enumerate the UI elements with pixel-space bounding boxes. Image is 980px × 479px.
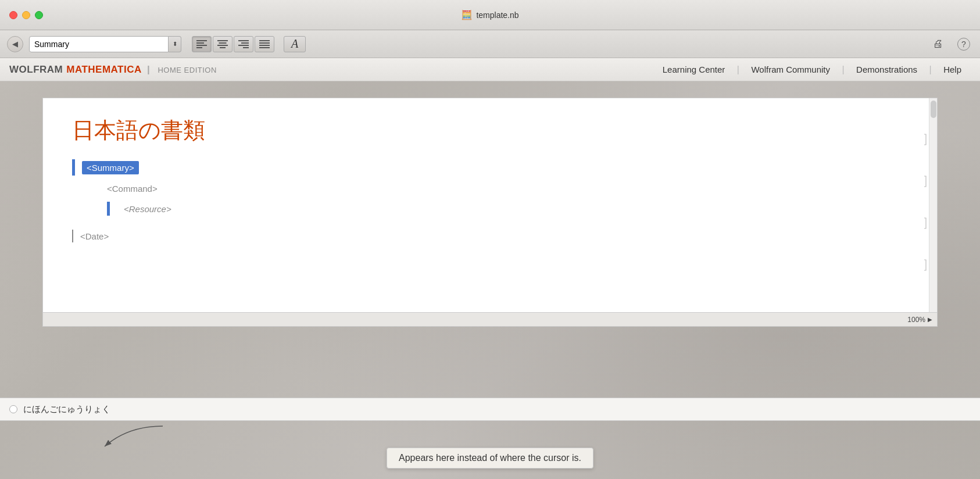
chevron-icon: ⬍ (173, 41, 177, 47)
brand: WOLFRAM MATHEMATICA | HOME EDITION (9, 64, 217, 76)
app-icon: 🧮 (461, 9, 473, 20)
zoom-arrow[interactable]: ▶ (928, 316, 932, 323)
style-dropdown[interactable]: Summary (29, 36, 169, 52)
help-icon: ? (957, 38, 970, 51)
help-button[interactable]: ? (954, 36, 973, 52)
menu-link-demonstrations[interactable]: Demonstrations (847, 65, 927, 74)
svg-rect-12 (259, 40, 270, 41)
menu-bar: WOLFRAM MATHEMATICA | HOME EDITION Learn… (0, 58, 980, 81)
font-icon: A (291, 37, 298, 51)
align-left-button[interactable] (192, 36, 212, 52)
align-center-button[interactable] (213, 36, 233, 52)
svg-rect-8 (238, 40, 249, 41)
date-tag[interactable]: <Date> (80, 231, 109, 241)
annotation-text: Appears here instead of where the cursor… (399, 453, 581, 463)
align-left-icon (196, 40, 207, 48)
svg-rect-13 (259, 42, 270, 44)
back-button[interactable]: ◀ (7, 36, 23, 52)
align-right-icon (238, 40, 249, 48)
notebook-scrollbar[interactable] (929, 98, 937, 312)
annotation-arrow (58, 421, 174, 452)
svg-rect-0 (196, 40, 207, 41)
scroll-thumb (931, 101, 936, 118)
zoom-bar: 100% ▶ (42, 313, 938, 327)
svg-rect-10 (238, 45, 249, 46)
date-row: <Date> (72, 230, 908, 242)
svg-rect-5 (219, 42, 227, 44)
toolbar: ◀ Summary ⬍ (0, 30, 980, 58)
font-button[interactable]: A (284, 36, 306, 52)
menu-link-learning-center[interactable]: Learning Center (653, 65, 735, 74)
style-dropdown-arrow[interactable]: ⬍ (169, 36, 181, 52)
minimize-button[interactable] (22, 11, 30, 19)
title-bar: 🧮 template.nb (0, 0, 980, 30)
bottom-section: にほんごにゅうりょく Appears here instead of where… (0, 398, 980, 479)
menu-link-help[interactable]: Help (934, 65, 971, 74)
menu-sep-2: | (839, 65, 847, 75)
cell-bracket-4 (920, 259, 927, 271)
resource-row: <Resource> (107, 202, 908, 216)
ime-bar: にほんごにゅうりょく (0, 398, 980, 421)
main-layout: 日本語の書類 <Summary> <Command> <Resource> <D… (0, 81, 980, 327)
svg-rect-14 (259, 45, 270, 46)
svg-rect-9 (241, 42, 249, 44)
print-icon: 🖨 (933, 38, 943, 50)
align-justify-button[interactable] (255, 36, 274, 52)
notebook-title: 日本語の書類 (72, 116, 908, 145)
annotation-tooltip: Appears here instead of where the cursor… (387, 448, 593, 469)
ime-indicator (9, 405, 17, 413)
window-filename: template.nb (476, 10, 518, 20)
resource-bar (107, 202, 110, 216)
zoom-level: 100% (907, 316, 925, 324)
svg-rect-3 (196, 47, 202, 48)
summary-tag[interactable]: <Summary> (82, 161, 139, 174)
brand-mathematica: MATHEMATICA (66, 64, 142, 76)
brand-wolfram: WOLFRAM (9, 64, 63, 76)
style-value: Summary (34, 40, 69, 49)
summary-row: <Summary> (72, 159, 908, 176)
brand-edition: HOME EDITION (158, 66, 216, 74)
print-button[interactable]: 🖨 (929, 36, 947, 52)
maximize-button[interactable] (35, 11, 43, 19)
annotation-area: Appears here instead of where the cursor… (0, 421, 980, 479)
notebook-wrapper: 日本語の書類 <Summary> <Command> <Resource> <D… (0, 81, 980, 327)
cell-bracket-1 (920, 133, 927, 146)
brand-divider: | (144, 64, 153, 76)
menu-links: Learning Center | Wolfram Community | De… (653, 65, 971, 75)
menu-sep-3: | (927, 65, 934, 75)
cell-brackets (920, 133, 927, 271)
close-button[interactable] (9, 11, 17, 19)
svg-rect-15 (259, 47, 270, 48)
svg-rect-1 (196, 42, 204, 44)
align-justify-icon (259, 40, 270, 48)
window-title: 🧮 template.nb (461, 9, 518, 20)
svg-rect-7 (220, 47, 226, 48)
command-row[interactable]: <Command> (107, 184, 908, 194)
date-bar (72, 230, 73, 242)
back-icon: ◀ (12, 40, 18, 48)
align-right-button[interactable] (234, 36, 253, 52)
menu-link-wolfram-community[interactable]: Wolfram Community (742, 65, 839, 74)
svg-rect-4 (217, 40, 228, 41)
cell-bracket-3 (920, 217, 927, 230)
ime-input-text: にほんごにゅうりょく (23, 404, 110, 415)
align-center-icon (217, 40, 228, 48)
summary-bar (72, 159, 75, 176)
notebook[interactable]: 日本語の書類 <Summary> <Command> <Resource> <D… (42, 98, 938, 313)
notebook-content: 日本語の書類 <Summary> <Command> <Resource> <D… (43, 98, 937, 260)
toolbar-right: 🖨 ? (929, 36, 973, 52)
resource-tag[interactable]: <Resource> (124, 204, 171, 214)
cell-bracket-2 (920, 175, 927, 188)
svg-rect-11 (243, 47, 249, 48)
alignment-buttons (192, 36, 274, 52)
svg-rect-6 (217, 45, 228, 46)
window-controls (9, 11, 43, 19)
style-selector[interactable]: Summary ⬍ (29, 36, 181, 52)
menu-sep-1: | (734, 65, 742, 75)
svg-rect-2 (196, 45, 207, 46)
